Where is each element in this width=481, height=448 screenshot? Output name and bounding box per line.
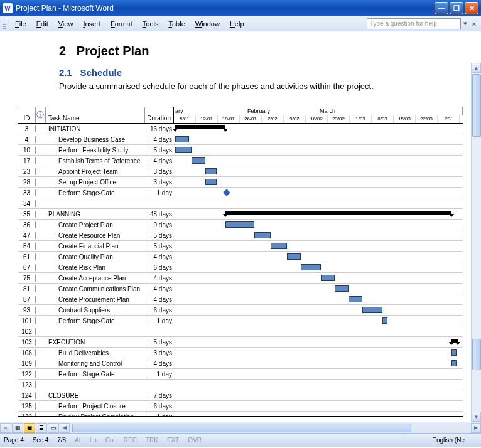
word-icon: W: [3, 3, 13, 13]
hscroll-left-button[interactable]: ◀: [60, 423, 70, 433]
cell-bars: [175, 348, 463, 358]
cell-duration: 6 days: [146, 403, 175, 410]
menu-table[interactable]: Table: [163, 18, 190, 29]
cell-bars: [175, 412, 463, 416]
cell-id: 102: [18, 328, 36, 335]
cell-bars: [175, 369, 463, 379]
gantt-row: 34: [18, 198, 463, 209]
cell-bars: [175, 166, 463, 176]
view-reading-button[interactable]: ▭: [48, 423, 59, 433]
hscroll-thumb[interactable]: [72, 424, 411, 432]
menu-format[interactable]: Format: [105, 18, 138, 29]
task-bar: [301, 264, 321, 270]
cell-id: 10: [18, 147, 36, 154]
vertical-scrollbar[interactable]: ▲ ▼: [471, 63, 481, 422]
task-bar: [175, 136, 189, 142]
gantt-row: 132Review Project Completion1 day: [18, 412, 463, 416]
menu-edit[interactable]: Edit: [31, 18, 53, 29]
cell-id: 54: [18, 243, 36, 250]
cell-bars: [175, 156, 463, 166]
cell-task: Perform Stage-Gate: [46, 371, 146, 378]
day-header: 15/03: [394, 115, 416, 123]
month-header: ary: [174, 107, 246, 115]
gantt-row: 108Build Deliverables3 days: [18, 348, 463, 358]
task-bar: [175, 147, 192, 153]
cell-id: 109: [18, 360, 36, 367]
cell-duration: 4 days: [146, 157, 175, 164]
cell-bars: [175, 220, 463, 230]
cell-task: Create Communications Plan: [46, 285, 146, 292]
status-ovr: OVR: [188, 437, 202, 444]
menu-help[interactable]: Help: [225, 18, 249, 29]
cell-id: 61: [18, 253, 36, 260]
minimize-button[interactable]: —: [435, 2, 448, 14]
menu-insert[interactable]: Insert: [78, 18, 105, 29]
menu-view[interactable]: View: [53, 18, 78, 29]
cell-bars: [175, 401, 463, 411]
cell-id: 125: [18, 403, 36, 410]
maximize-button[interactable]: ❐: [450, 2, 463, 14]
cell-id: 23: [18, 168, 36, 175]
menu-tools[interactable]: Tools: [138, 18, 164, 29]
summary-bar: [175, 125, 225, 129]
view-outline-button[interactable]: ≣: [36, 423, 47, 433]
day-header: 16/02: [306, 115, 328, 123]
cell-bars: [175, 262, 463, 272]
cell-id: 81: [18, 285, 36, 292]
close-button[interactable]: ✕: [465, 2, 478, 14]
cell-bars: [175, 241, 463, 251]
hscroll-right-button[interactable]: ▶: [471, 423, 481, 433]
cell-bars: [175, 198, 463, 208]
heading-1: 2 Project Plan: [59, 44, 481, 58]
day-header: 5/01: [174, 115, 196, 123]
view-print-button[interactable]: ▣: [24, 423, 35, 433]
task-bar: [335, 285, 349, 292]
day-header: 8/03: [372, 115, 394, 123]
task-bar: [287, 253, 301, 260]
cell-task: Perform Stage-Gate: [46, 317, 146, 324]
cell-id: 35: [18, 211, 36, 218]
cell-task: Develop Business Case: [46, 136, 146, 143]
view-normal-button[interactable]: ≡: [0, 423, 11, 433]
cell-duration: 4 days: [146, 285, 175, 292]
cell-duration: 3 days: [146, 168, 175, 175]
hscroll-track[interactable]: [71, 423, 470, 433]
cell-duration: 4 days: [146, 136, 175, 143]
gantt-row: 67Create Risk Plan6 days: [18, 262, 463, 273]
cell-id: 33: [18, 189, 36, 196]
cell-task: Contract Suppliers: [46, 307, 146, 314]
help-search-input[interactable]: Type a question for help: [367, 18, 461, 29]
day-header: 29/: [438, 115, 460, 123]
gantt-row: 109Monitoring and Control4 days: [18, 358, 463, 369]
cell-task: EXECUTION: [46, 339, 146, 346]
view-web-button[interactable]: ▦: [12, 423, 23, 433]
cell-bars: [175, 294, 463, 304]
description-text: Provide a summarised schedule for each o…: [59, 82, 481, 91]
help-dropdown-icon[interactable]: ▾: [461, 19, 470, 28]
vscroll-thumb-split[interactable]: [472, 339, 481, 370]
task-bar: [205, 168, 217, 174]
menu-window[interactable]: Window: [190, 18, 225, 29]
scroll-down-button[interactable]: ▼: [472, 412, 481, 422]
cell-duration: 4 days: [146, 360, 175, 367]
vscroll-thumb[interactable]: [472, 74, 481, 137]
cell-duration: 16 days: [146, 125, 175, 132]
col-id: ID: [18, 107, 36, 123]
cell-bars: [175, 358, 463, 368]
cell-bars: [175, 316, 463, 326]
menu-file[interactable]: File: [10, 18, 31, 29]
gantt-row: 54Create Financial Plan5 days: [18, 241, 463, 252]
toolbar-grip[interactable]: [3, 19, 6, 29]
cell-id: 101: [18, 317, 36, 324]
scroll-up-button[interactable]: ▲: [472, 63, 481, 73]
cell-task: Create Resource Plan: [46, 232, 146, 239]
cell-duration: 9 days: [146, 221, 175, 228]
cell-id: 3: [18, 125, 36, 132]
task-bar: [382, 317, 387, 324]
gantt-row: 125Perform Project Closure6 days: [18, 401, 463, 412]
close-doc-button[interactable]: ×: [470, 20, 478, 28]
gantt-row: 61Create Quality Plan4 days: [18, 252, 463, 262]
cell-bars: [175, 284, 463, 294]
gantt-row: 93Contract Suppliers6 days: [18, 305, 463, 316]
cell-task: INITIATION: [46, 125, 146, 132]
